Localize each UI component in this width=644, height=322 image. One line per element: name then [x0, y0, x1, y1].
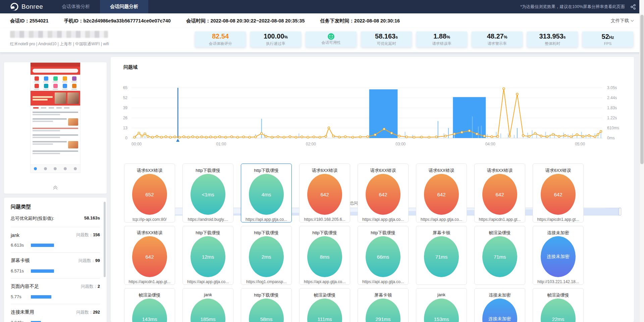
delay-point	[178, 136, 180, 138]
problem-card-value: 111ms	[318, 316, 332, 322]
problem-type-count: 问题数：292	[76, 310, 100, 315]
problem-card-2[interactable]: http下载缓慢4mshttps://api.app.gtja.co...	[241, 164, 292, 222]
problem-card-url: https://api.app.gtja.co...	[300, 279, 350, 284]
page-scrollbar-thumb[interactable]	[640, 15, 644, 164]
delay-point	[214, 136, 216, 138]
problem-type-item-1[interactable]: 屏幕卡顿问题数：996.571s	[11, 253, 100, 278]
problem-card-circle: 58ms	[249, 299, 284, 322]
problem-card-0[interactable]: 请求6XX错误652tcp://ip-api.com:80/	[124, 164, 175, 222]
problem-card-circle: 4ms	[249, 174, 284, 215]
problem-card-8[interactable]: 请求6XX错误642https://apicdn1.app.gt...	[124, 226, 175, 285]
problem-type-name: jank	[11, 233, 19, 238]
delay-point	[435, 136, 437, 138]
problem-card-value: 66ms	[377, 254, 389, 260]
problem-card-title: 帧渲染缓慢	[124, 292, 175, 298]
problem-card-value: 642	[495, 192, 504, 197]
problem-card-circle: 642	[482, 174, 517, 215]
bar	[448, 128, 449, 138]
problem-card-7[interactable]: 请求6XX错误642https://apicdn1.app.gt...	[533, 164, 584, 222]
delay-point	[289, 136, 291, 138]
problem-types-title: 问题类型	[11, 204, 100, 210]
problem-card-5[interactable]: 请求6XX错误642https://api.app.gtja.co...	[416, 164, 467, 222]
problem-card-6[interactable]: 请求6XX错误642https://apicdn1.app.gt...	[474, 164, 525, 222]
bar	[438, 121, 438, 138]
problem-type-bar	[31, 244, 54, 247]
problem-card-title: 请求6XX错误	[124, 168, 175, 173]
problem-card-4[interactable]: 请求6XX错误642https://api.app.gtja.co...	[358, 164, 409, 222]
problem-card-21[interactable]: jank153ms	[416, 288, 467, 322]
problem-card-13[interactable]: 屏幕卡顿71ms	[416, 226, 467, 285]
delay-point	[398, 135, 400, 137]
delay-point	[359, 136, 361, 138]
problem-card-22[interactable]: 连接未加密连接未加密	[474, 288, 525, 322]
phone-news-row	[33, 112, 78, 116]
problem-card-url: https://apicdn1.app.gt...	[475, 217, 525, 222]
problem-card-title: http下载缓慢	[300, 230, 350, 235]
problem-type-time: 2.849s	[11, 320, 25, 322]
problem-card-12[interactable]: http下载缓慢66mshttps://api.app.gtja.co...	[358, 226, 409, 285]
problem-card-18[interactable]: http下载缓慢58ms	[241, 288, 292, 322]
problem-card-23[interactable]: 帧渲染缓慢22ms	[533, 288, 584, 322]
problem-card-20[interactable]: 屏幕卡顿291ms	[358, 288, 409, 322]
bonree-logo[interactable]: Bonree	[0, 0, 52, 13]
delay-line	[135, 88, 601, 137]
page-scrollbar[interactable]	[639, 0, 644, 322]
delay-point	[249, 136, 251, 138]
collapse-chevron-icon[interactable]	[53, 185, 58, 191]
problem-type-item-2[interactable]: 页面内容不足问题数：25.77s	[11, 278, 100, 304]
problem-card-circle: 153ms	[424, 299, 459, 322]
problem-card-9[interactable]: http下载缓慢12mshttps://api.app.gtja.co...	[182, 226, 233, 285]
panel-scrollbar[interactable]	[104, 202, 106, 277]
problem-card-title: http下载缓慢	[241, 292, 291, 298]
share-icon[interactable]	[630, 4, 636, 10]
problem-card-1[interactable]: http下载缓慢<1mshttps://android.bugly....	[182, 164, 233, 222]
problem-card-title: jank	[183, 292, 233, 298]
problem-card-16[interactable]: 帧渲染缓慢143ms	[124, 288, 175, 322]
phone-news-thumbnail	[68, 118, 78, 126]
problem-domain-chart[interactable]: 00ms13610ms261.22s391.83s522.44s653.05s0…	[115, 72, 631, 152]
delay-point	[497, 135, 499, 137]
file-download-button[interactable]: 文件下载	[611, 18, 634, 24]
y-left-tick: 52	[123, 95, 128, 100]
problem-card-value: 71ms	[435, 254, 448, 260]
delay-point	[546, 136, 548, 138]
delay-point	[528, 135, 530, 137]
left-sidebar: 问题类型 总可优化延时(投影值): 58.163s jank问题数：1566.6…	[4, 57, 107, 322]
nav-tab-0[interactable]: 会话体验分析	[52, 0, 100, 13]
delay-point	[383, 128, 385, 130]
nav-tab-1[interactable]: 会话问题分析	[100, 0, 148, 13]
problem-card-17[interactable]: jank185ms	[182, 288, 233, 322]
problem-card-url: https://api.app.gtja.co...	[183, 279, 233, 284]
problem-card-circle: 111ms	[307, 299, 342, 322]
bar	[261, 119, 262, 138]
problem-type-bar	[31, 295, 51, 299]
session-info-bar: 会话ID：2554021手机ID：b2c2d4986e9a33b5677714c…	[0, 13, 644, 28]
problem-card-value: 8ms	[320, 254, 329, 260]
problem-card-19[interactable]: 帧渲染缓慢111ms	[299, 288, 350, 322]
problem-card-3[interactable]: 请求6XX错误642https://180.168.205.6...	[299, 164, 350, 222]
bar	[563, 133, 564, 138]
problem-card-value: 291ms	[375, 316, 390, 322]
problem-card-circle: 2ms	[249, 236, 284, 277]
bar	[444, 133, 444, 138]
delay-point	[295, 136, 297, 138]
problem-card-15[interactable]: 连接未加密连接未加密http://103.221.142.18...	[533, 226, 584, 285]
datazoom-handle-right[interactable]	[619, 208, 621, 215]
problem-type-item-3[interactable]: 连接未重用问题数：2922.849s	[11, 304, 100, 322]
problem-type-count: 问题数：2	[81, 284, 100, 289]
bar	[472, 116, 473, 138]
session-info-fields: 会话ID：2554021手机ID：b2c2d4986e9a33b5677714c…	[10, 18, 415, 24]
delay-point	[265, 135, 267, 137]
problem-card-11[interactable]: http下载缓慢8mshttps://api.app.gtja.co...	[299, 226, 350, 285]
y-left-tick: 65	[123, 85, 128, 90]
problem-type-item-0[interactable]: jank问题数：1566.613s	[11, 227, 100, 253]
delay-point	[144, 133, 146, 135]
stat-card-1: 100.00%执行通过率	[250, 31, 301, 47]
bar	[405, 132, 406, 138]
problem-card-10[interactable]: http下载缓慢2mshttps://log1.cmpassp...	[241, 226, 292, 285]
phone-app-icon	[51, 84, 60, 90]
problem-card-14[interactable]: 帧渲染缓慢71ms	[474, 226, 525, 285]
delay-point	[174, 136, 176, 138]
problem-card-value: 153ms	[434, 316, 449, 322]
delay-point	[183, 136, 185, 138]
